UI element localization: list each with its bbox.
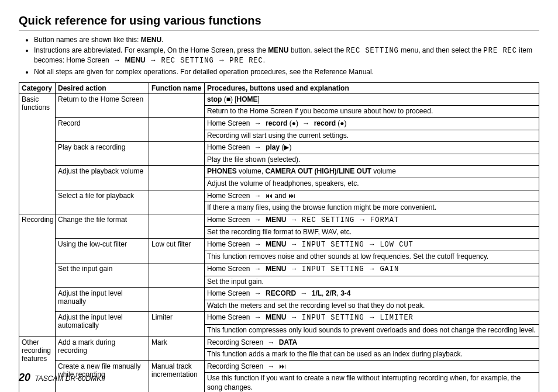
fname-cell: Low cut filter	[149, 238, 205, 263]
desired-cell: Using the low-cut filter	[56, 238, 149, 263]
proc-cell: Recording Screen → DATA	[205, 337, 539, 349]
proc-cell: Home Screen → ⏮ and ⏭	[205, 190, 539, 202]
arrow-icon: →	[357, 216, 368, 225]
page-footer: 20 TASCAM DR-60DMKII	[19, 372, 105, 384]
proc-cell: Home Screen → play (▶)	[205, 142, 539, 154]
desired-cell: Add a mark during recording	[56, 337, 149, 360]
fname-cell	[149, 93, 205, 117]
arrow-icon: →	[366, 313, 378, 322]
col-desired: Desired action	[56, 82, 149, 93]
table-row: Select a file for playback Home Screen →…	[19, 190, 539, 202]
page-title: Quick reference for using various functi…	[19, 14, 539, 30]
proc-cell: This function removes noise and other so…	[205, 251, 539, 263]
page-number: 20	[19, 372, 30, 383]
proc-cell: Use this function if you want to create …	[205, 373, 539, 392]
arrow-icon: →	[366, 240, 378, 249]
notes-list: Button names are shown like this: MENU. …	[19, 35, 539, 77]
arrow-icon: →	[265, 338, 277, 348]
proc-cell: Home Screen → MENU → REC SETTING → FORMA…	[205, 214, 539, 227]
fname-cell	[149, 142, 205, 166]
arrow-icon: →	[252, 119, 264, 129]
proc-cell: Set the recording file format to BWF, WA…	[205, 227, 539, 239]
arrow-icon: →	[252, 216, 264, 225]
col-proc: Procedures, buttons used and explanation	[205, 82, 539, 93]
arrow-icon: →	[298, 289, 309, 299]
col-category: Category	[19, 82, 56, 93]
arrow-icon: →	[147, 55, 159, 65]
proc-cell: Home Screen → MENU → INPUT SETTING → LIM…	[205, 312, 539, 325]
arrow-icon: →	[111, 55, 123, 65]
table-row: Set the input gain Home Screen → MENU → …	[19, 263, 539, 276]
proc-cell: Adjust the volume of headphones, speaker…	[205, 178, 539, 190]
proc-cell: Play the file shown (selected).	[205, 154, 539, 166]
proc-cell: Home Screen → RECORD → 1/L, 2/R, 3-4	[205, 288, 539, 300]
fname-cell: Mark	[149, 337, 205, 360]
desired-cell: Return to the Home Screen	[56, 93, 149, 117]
fname-cell: Manual track incrementation	[149, 360, 205, 392]
proc-cell: Recording will start using the current s…	[205, 130, 539, 142]
proc-cell: Return to the Home Screen if you become …	[205, 106, 539, 118]
proc-cell: Set the input gain.	[205, 276, 539, 288]
table-row: Using the low-cut filter Low cut filter …	[19, 238, 539, 251]
desired-cell: Select a file for playback	[56, 190, 149, 214]
proc-cell: stop (■) [HOME]	[205, 93, 539, 106]
desired-cell: Play back a recording	[56, 142, 149, 166]
arrow-icon: →	[288, 216, 300, 225]
desired-cell: Set the input gain	[56, 263, 149, 288]
table-row: Basic functions Return to the Home Scree…	[19, 93, 539, 106]
desired-cell: Adjust the input level automatically	[56, 312, 149, 337]
note-1: Button names are shown like this: MENU.	[34, 35, 539, 44]
proc-cell: Watch the meters and set the recording l…	[205, 300, 539, 312]
note-3: Not all steps are given for complex oper…	[34, 67, 539, 77]
desired-cell: Change the file format	[56, 214, 149, 238]
footer-model: TASCAM DR-60DMKII	[35, 374, 105, 383]
table-row: Create a new file manually while recordi…	[19, 360, 539, 373]
fname-cell	[149, 117, 205, 141]
arrow-icon: →	[366, 265, 378, 274]
arrow-icon: →	[252, 265, 264, 274]
fname-cell	[149, 166, 205, 190]
table-header-row: Category Desired action Function name Pr…	[19, 82, 539, 93]
proc-cell: This function adds a mark to the file th…	[205, 349, 539, 361]
table-row: Recording Change the file format Home Sc…	[19, 214, 539, 227]
desired-cell: Adjust the playback volume	[56, 166, 149, 190]
reference-table: Category Desired action Function name Pr…	[19, 82, 539, 392]
fname-cell	[149, 263, 205, 288]
arrow-icon: →	[252, 313, 264, 322]
arrow-icon: →	[288, 265, 300, 274]
arrow-icon: →	[265, 362, 277, 372]
col-fname: Function name	[149, 82, 205, 93]
arrow-icon: →	[288, 240, 300, 249]
fname-cell	[149, 190, 205, 214]
table-row: Adjust the playback volume PHONES volume…	[19, 166, 539, 178]
category-cell: Recording	[19, 214, 56, 337]
arrow-icon: →	[300, 119, 312, 129]
table-row: Adjust the input level manually Home Scr…	[19, 288, 539, 300]
arrow-icon: →	[252, 289, 264, 299]
page: Quick reference for using various functi…	[0, 0, 558, 392]
desired-cell: Record	[56, 117, 149, 141]
note-2: Instructions are abbreviated. For exampl…	[34, 46, 539, 65]
proc-cell: Home Screen → record (●) → record (●)	[205, 117, 539, 130]
proc-cell: Home Screen → MENU → INPUT SETTING → LOW…	[205, 238, 539, 251]
arrow-icon: →	[252, 192, 264, 201]
fname-cell: Limiter	[149, 312, 205, 337]
fname-cell	[149, 214, 205, 238]
proc-cell: This function compresses only loud sound…	[205, 325, 539, 337]
table-row: Play back a recording Home Screen → play…	[19, 142, 539, 154]
fname-cell	[149, 288, 205, 312]
proc-cell: Home Screen → MENU → INPUT SETTING → GAI…	[205, 263, 539, 276]
proc-cell: Recording Screen → ⏭	[205, 360, 539, 373]
proc-cell: If there a many files, using the browse …	[205, 202, 539, 214]
table-row: Other recording features Add a mark duri…	[19, 337, 539, 349]
category-cell: Basic functions	[19, 93, 56, 214]
desired-cell: Adjust the input level manually	[56, 288, 149, 312]
table-row: Adjust the input level automatically Lim…	[19, 312, 539, 325]
arrow-icon: →	[252, 143, 264, 152]
proc-cell: PHONES volume, CAMERA OUT (HIGH)/LINE OU…	[205, 166, 539, 178]
arrow-icon: →	[252, 240, 264, 249]
arrow-icon: →	[216, 55, 228, 65]
arrow-icon: →	[288, 313, 300, 322]
table-row: Record Home Screen → record (●) → record…	[19, 117, 539, 130]
